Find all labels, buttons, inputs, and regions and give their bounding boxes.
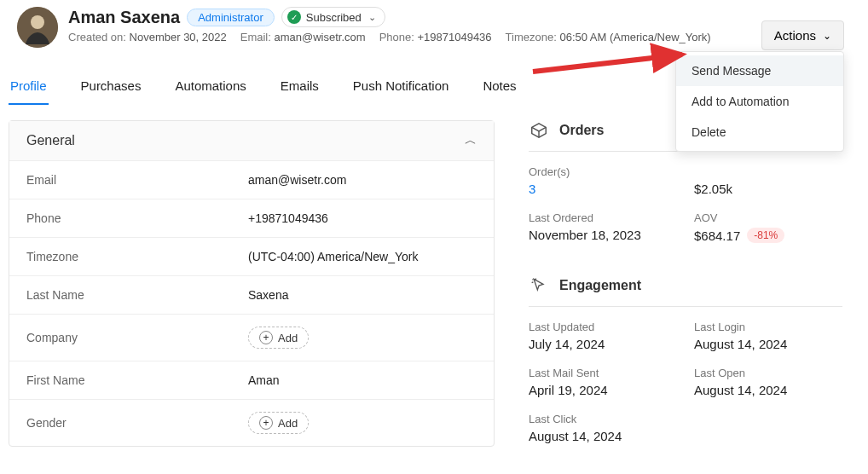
- last-click-value: August 14, 2024: [529, 429, 677, 443]
- plus-icon: +: [259, 416, 273, 430]
- aov-value: $684.17: [694, 228, 740, 243]
- last-mail-sent-value: April 19, 2024: [529, 383, 677, 397]
- cursor-icon: [529, 275, 549, 296]
- plus-icon: +: [259, 331, 273, 344]
- general-header[interactable]: General ︿: [9, 121, 494, 160]
- field-company: Company + Add: [9, 314, 494, 361]
- user-header: Aman Saxena Administrator ✓ Subscribed ⌄…: [0, 0, 868, 51]
- orders-count-label: Order(s): [529, 165, 677, 178]
- engagement-stats: Last Updated July 14, 2024 Last Login Au…: [529, 307, 842, 460]
- tab-notes[interactable]: Notes: [481, 72, 518, 105]
- user-meta: Created on: November 30, 2022 Email: ama…: [68, 31, 851, 43]
- menu-delete[interactable]: Delete: [676, 117, 843, 147]
- last-open-label: Last Open: [694, 367, 842, 379]
- add-gender-button[interactable]: + Add: [248, 412, 309, 434]
- tab-profile[interactable]: Profile: [9, 72, 49, 105]
- subscribed-badge[interactable]: ✓ Subscribed ⌄: [281, 7, 385, 27]
- last-ordered-label: Last Ordered: [529, 211, 677, 224]
- user-name: Aman Saxena: [68, 8, 180, 27]
- field-timezone: Timezone (UTC-04:00) America/New_York: [9, 237, 494, 275]
- orders-stats: Order(s) 3 $2.05k Last Ordered November …: [529, 152, 842, 260]
- revenue-label: [694, 165, 842, 178]
- last-mail-sent-label: Last Mail Sent: [529, 367, 677, 379]
- aov-label: AOV: [694, 211, 842, 224]
- avatar: [17, 7, 58, 48]
- box-icon: [529, 120, 549, 141]
- last-login-value: August 14, 2024: [694, 337, 842, 351]
- tab-purchases[interactable]: Purchases: [79, 72, 143, 105]
- actions-button[interactable]: Actions ⌄: [761, 20, 844, 50]
- last-updated-label: Last Updated: [529, 321, 677, 333]
- tab-automations[interactable]: Automations: [173, 72, 247, 105]
- menu-send-message[interactable]: Send Message: [676, 55, 843, 86]
- last-login-label: Last Login: [694, 321, 842, 333]
- chevron-up-icon: ︿: [465, 133, 477, 148]
- last-open-value: August 14, 2024: [694, 383, 842, 397]
- actions-menu: Send Message Add to Automation Delete: [675, 51, 844, 152]
- orders-count-value[interactable]: 3: [529, 182, 677, 196]
- field-phone: Phone +19871049436: [9, 199, 494, 237]
- subscribed-label: Subscribed: [306, 11, 362, 24]
- field-gender: Gender + Add: [9, 399, 494, 446]
- menu-add-to-automation[interactable]: Add to Automation: [676, 86, 843, 117]
- revenue-value: $2.05k: [694, 182, 842, 196]
- general-section: General ︿ Email aman@wisetr.com Phone +1…: [9, 120, 495, 447]
- last-ordered-value: November 18, 2023: [529, 228, 677, 242]
- field-email: Email aman@wisetr.com: [9, 160, 494, 199]
- tab-push-notification[interactable]: Push Notification: [351, 72, 451, 105]
- role-badge: Administrator: [187, 9, 275, 26]
- chevron-down-icon: ⌄: [368, 12, 376, 23]
- field-last-name: Last Name Saxena: [9, 275, 494, 314]
- engagement-header: Engagement: [529, 275, 842, 307]
- check-icon: ✓: [287, 10, 301, 24]
- chevron-down-icon: ⌄: [823, 30, 831, 42]
- last-click-label: Last Click: [529, 413, 677, 425]
- svg-point-1: [31, 15, 44, 29]
- field-first-name: First Name Aman: [9, 361, 494, 399]
- last-updated-value: July 14, 2024: [529, 337, 677, 351]
- tab-emails[interactable]: Emails: [279, 72, 321, 105]
- add-company-button[interactable]: + Add: [248, 327, 309, 349]
- aov-change-badge: -81%: [747, 228, 784, 243]
